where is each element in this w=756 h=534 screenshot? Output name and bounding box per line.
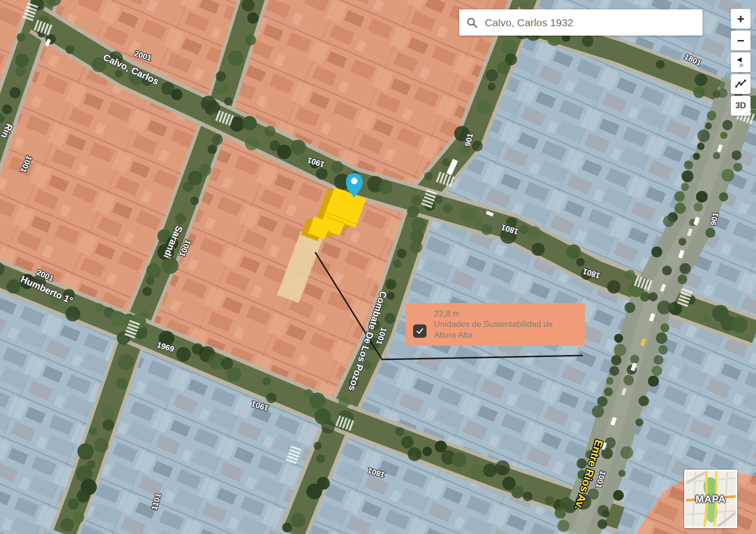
search-box xyxy=(459,9,703,36)
search-input[interactable] xyxy=(484,16,696,29)
zoom-out-button[interactable]: − xyxy=(731,31,751,50)
elevation-profile-button[interactable] xyxy=(731,74,751,94)
map-canvas[interactable]: 2001Calvo, CarlosRin1001Sarandi10012001H… xyxy=(0,0,756,534)
map-tools: + − 3D xyxy=(731,9,751,116)
sustainability-checkbox[interactable] xyxy=(413,324,426,338)
basemap-toggle[interactable]: MAPA xyxy=(684,470,737,528)
line-chart-icon xyxy=(734,78,747,90)
compass-icon xyxy=(735,56,747,68)
parcel-info-callout: 22,8 m Unidades de Sustentabilidad de Al… xyxy=(406,303,585,346)
zoom-in-button[interactable]: + xyxy=(731,9,751,29)
view-3d-button[interactable]: 3D xyxy=(731,96,751,116)
sustainability-label: Unidades de Sustentabilidad de Altura Al… xyxy=(434,319,553,339)
compass-button[interactable] xyxy=(731,52,751,72)
search-icon xyxy=(466,17,478,29)
callout-text: 22,8 m Unidades de Sustentabilidad de Al… xyxy=(434,309,575,340)
map-application: 2001Calvo, CarlosRin1001Sarandi10012001H… xyxy=(0,0,756,534)
minimap-label: MAPA xyxy=(686,471,736,527)
height-value: 22,8 m xyxy=(434,309,575,319)
pin-center-dot xyxy=(351,178,358,184)
checkmark-icon xyxy=(416,327,424,335)
